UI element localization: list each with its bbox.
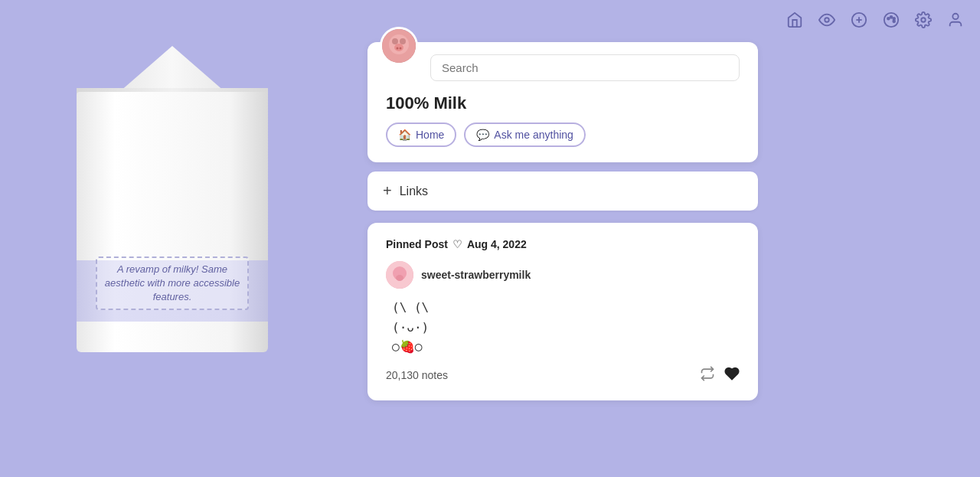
eye-svg <box>818 11 835 28</box>
home-button[interactable]: 🏠 Home <box>386 123 456 147</box>
post-line-3: ○🍓○ <box>392 337 740 357</box>
post-author: sweet-strawberrymilk <box>386 261 740 289</box>
ask-btn-label: Ask me anything <box>494 129 573 141</box>
top-nav <box>770 0 980 40</box>
post-notes: 20,130 notes <box>386 369 448 381</box>
post-line-2: (·ᴗ·) <box>392 318 740 338</box>
svg-point-8 <box>893 20 895 22</box>
links-section[interactable]: + Links <box>368 172 758 211</box>
home-btn-label: Home <box>416 129 444 141</box>
eye-icon[interactable] <box>818 11 836 29</box>
settings-svg <box>915 11 932 28</box>
search-input[interactable] <box>442 61 728 74</box>
reblog-svg <box>700 366 715 381</box>
svg-point-5 <box>887 18 890 20</box>
ask-btn-icon: 💬 <box>476 129 489 141</box>
svg-point-4 <box>884 13 898 27</box>
profile-actions: 🏠 Home 💬 Ask me anything <box>386 123 740 147</box>
add-svg <box>851 11 867 28</box>
home-svg <box>786 11 803 28</box>
post-content: (\ (\ (·ᴗ·) ○🍓○ <box>386 298 740 357</box>
pinned-post-label: Pinned Post <box>386 238 448 250</box>
home-btn-icon: 🏠 <box>398 129 411 141</box>
milk-carton: A revamp of milky! Same aesthetic with m… <box>77 46 268 352</box>
palette-icon[interactable] <box>882 11 900 29</box>
profile-card: 100% Milk 🏠 Home 💬 Ask me anything <box>368 42 758 162</box>
post-avatar-svg <box>386 261 413 289</box>
ask-button[interactable]: 💬 Ask me anything <box>464 123 586 147</box>
pinned-post-card: Pinned Post ♡ Aug 4, 2022 sweet-strawber… <box>368 223 758 400</box>
user-icon[interactable] <box>946 11 965 29</box>
svg-point-7 <box>893 18 895 20</box>
main-content: 100% Milk 🏠 Home 💬 Ask me anything + Lin… <box>368 42 758 400</box>
svg-point-15 <box>394 44 403 51</box>
reblog-icon[interactable] <box>700 366 715 385</box>
post-footer: 20,130 notes <box>386 366 740 385</box>
like-icon[interactable] <box>724 366 740 385</box>
post-author-avatar <box>386 261 413 289</box>
avatar-image <box>382 29 416 63</box>
profile-name: 100% Milk <box>386 93 740 113</box>
palette-svg <box>883 11 900 28</box>
svg-point-20 <box>396 275 403 281</box>
svg-point-16 <box>397 47 399 50</box>
links-plus-icon: + <box>383 182 392 200</box>
pinned-post-date: Aug 4, 2022 <box>467 238 527 250</box>
pinned-header: Pinned Post ♡ Aug 4, 2022 <box>386 238 740 250</box>
svg-point-9 <box>921 18 926 22</box>
avatar-svg <box>382 29 416 63</box>
carton-body: A revamp of milky! Same aesthetic with m… <box>77 92 268 352</box>
svg-point-17 <box>400 47 402 50</box>
post-username[interactable]: sweet-strawberrymilk <box>421 269 531 281</box>
profile-avatar <box>380 27 418 65</box>
carton-label: A revamp of milky! Same aesthetic with m… <box>96 256 249 310</box>
carton-label-text: A revamp of milky! Same aesthetic with m… <box>103 263 241 305</box>
svg-point-10 <box>952 14 958 19</box>
svg-point-14 <box>400 38 406 44</box>
svg-point-13 <box>392 38 398 44</box>
post-actions <box>700 366 740 385</box>
svg-point-0 <box>825 18 829 22</box>
svg-point-6 <box>890 16 893 18</box>
search-bar[interactable] <box>430 54 740 81</box>
home-icon[interactable] <box>786 11 804 29</box>
user-svg <box>947 11 964 28</box>
milk-carton-container: A revamp of milky! Same aesthetic with m… <box>61 46 283 398</box>
like-svg <box>724 366 740 381</box>
links-label: Links <box>400 185 428 198</box>
settings-icon[interactable] <box>914 11 933 29</box>
pinned-heart-icon: ♡ <box>452 238 462 250</box>
post-line-1: (\ (\ <box>392 298 740 318</box>
add-icon[interactable] <box>850 11 868 29</box>
